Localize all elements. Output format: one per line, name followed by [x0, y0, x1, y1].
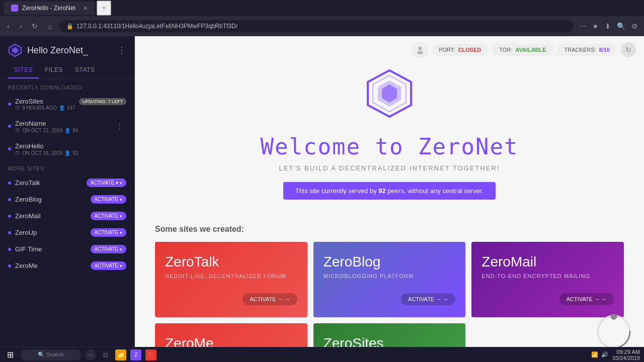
sidebar-content: RECENTLY DOWNLOADED: ZeroSites UPDATING:…: [0, 79, 134, 362]
activate-zeroup[interactable]: ACTIVATE: [91, 228, 126, 237]
browser-tabs: ZeroHello - ZeroNet ✕ +: [0, 0, 644, 16]
site-item-zeroname[interactable]: ZeroName ⏱ ON OCT 21, 2019 👤 94 ⋮: [0, 115, 134, 137]
tab-favicon: [11, 5, 18, 12]
port-status: CLOSED: [458, 47, 481, 53]
taskbar-time: 09:29 AM 10/24/2019: [612, 349, 640, 361]
start-button[interactable]: ⊞: [4, 349, 17, 360]
site-dot-zerome: [8, 264, 11, 267]
zeronet-logo: [362, 66, 417, 124]
activate-zeroblog[interactable]: ACTIVATE: [91, 195, 126, 204]
site-item-row-zerosites: ZeroSites UPDATING: 7 LEFT: [15, 98, 126, 105]
identity-button[interactable]: [413, 42, 428, 57]
site-item-info-zeroname: ZeroName ⏱ ON OCT 21, 2019 👤 94: [15, 119, 109, 133]
tor-status-button[interactable]: TOR: AVAILABLE: [492, 44, 553, 56]
taskbar-app[interactable]: 🔴: [145, 349, 156, 360]
taskbar-explorer[interactable]: 📁: [115, 349, 126, 360]
taskbar-search[interactable]: 🔍 Search: [21, 349, 81, 360]
url-text: 127.0.0.1:43110/1Hello4uzjaLetFx6NH3PMwF…: [76, 23, 237, 30]
svg-marker-1: [13, 6, 17, 10]
activate-giftime[interactable]: ACTIVATE: [91, 245, 126, 253]
site-meta-zerohello: ⏱ ON OCT 16, 2019 👤 92: [15, 150, 126, 156]
site-name-zerohello: ZeroHello: [15, 142, 43, 150]
site-name-zeromail: ZeroMail: [15, 212, 87, 220]
site-peers-zeroname: 94: [72, 128, 78, 133]
address-bar[interactable]: 🔒 127.0.0.1:43110/1Hello4uzjaLetFx6NH3PM…: [59, 20, 573, 32]
site-dot-zeroup: [8, 231, 11, 234]
taskbar-left: ⊞ 🔍 Search ○ ⊡ 📁 Z 🔴: [4, 349, 156, 360]
sidebar-title: Hello ZeroNet_: [27, 45, 88, 56]
taskbar-taskview[interactable]: ⊡: [100, 349, 111, 360]
site-item-info-zerosites: ZeroSites UPDATING: 7 LEFT ⏱ 9 HOURS AGO…: [15, 98, 126, 111]
peers-count: 92: [378, 187, 385, 195]
main-content: PORT: CLOSED TOR: AVAILABLE TRACKERS: 8/…: [135, 36, 644, 362]
card-zeromail[interactable]: ZeroMail END-TO-END ENCRYPTED MAILING AC…: [471, 242, 624, 317]
site-item-zerome[interactable]: ZeroMe ACTIVATE: [0, 257, 134, 274]
port-label: PORT:: [439, 47, 455, 53]
site-item-zeromail[interactable]: ZeroMail ACTIVATE: [0, 208, 134, 224]
site-dot-zeroname: [8, 125, 11, 128]
toolbar-icons: ⋯ ★ ⬇ 🔍 ⚙: [577, 20, 640, 32]
loading-circle: [594, 312, 634, 352]
settings-button[interactable]: ⚙: [629, 20, 640, 32]
peers-banner: This site currently served by 92 peers, …: [283, 182, 496, 200]
site-time-zerohello: ON OCT 16, 2019: [22, 150, 62, 156]
network-icon[interactable]: 📶: [591, 351, 598, 358]
card-activate-zerotalk[interactable]: ACTIVATE →: [243, 293, 297, 305]
download-button[interactable]: ⬇: [603, 20, 613, 32]
site-name-zeroup: ZeroUp: [15, 229, 87, 236]
svg-point-5: [418, 46, 422, 50]
bookmark-button[interactable]: ★: [590, 20, 601, 32]
card-name-zerotalk: ZeroTalk: [165, 254, 297, 270]
sidebar-tabs: SITES FILES STATS: [0, 62, 134, 79]
tor-status: AVAILABLE: [515, 47, 546, 53]
main-layout: Hello ZeroNet_ ⋮ SITES FILES STATS RECEN…: [0, 36, 644, 362]
sidebar-logo: Hello ZeroNet_: [8, 43, 88, 57]
tab-title: ZeroHello - ZeroNet: [22, 5, 75, 12]
site-item-zerotalk[interactable]: ZeroTalk ACTIVATE ▾: [0, 174, 134, 191]
activate-zeromail[interactable]: ACTIVATE: [91, 212, 126, 220]
sidebar-menu-button[interactable]: ⋮: [117, 45, 126, 56]
refresh-circle-button[interactable]: ↻: [621, 42, 636, 57]
new-tab-button[interactable]: +: [97, 1, 111, 16]
forward-button[interactable]: ›: [17, 20, 25, 32]
card-zerotalk[interactable]: ZeroTalk REDDIT-LIKE, DECENTRALIZED FORU…: [155, 242, 307, 317]
site-item-giftime[interactable]: GIF Time ACTIVATE: [0, 241, 134, 257]
site-dot-zerotalk: [8, 182, 11, 185]
port-status-button[interactable]: PORT: CLOSED: [432, 44, 488, 56]
tab-close-icon[interactable]: ✕: [83, 5, 88, 12]
peers-icon-zeroname: 👤: [64, 128, 70, 133]
site-time-zerosites: 9 HOURS AGO: [22, 105, 57, 111]
card-activate-zeroblog[interactable]: ACTIVATE →: [401, 293, 455, 305]
tab-stats[interactable]: STATS: [69, 62, 101, 78]
site-peers-zerosites: 147: [67, 105, 75, 111]
site-peers-zerohello: 92: [72, 150, 78, 156]
volume-icon[interactable]: 🔊: [601, 351, 608, 358]
tab-files[interactable]: FILES: [39, 62, 69, 78]
site-item-zeroup[interactable]: ZeroUp ACTIVATE: [0, 224, 134, 241]
site-time-zeroname: ON OCT 21, 2019: [22, 128, 62, 133]
tab-sites[interactable]: SITES: [8, 62, 39, 78]
site-item-zerosites-recent[interactable]: ZeroSites UPDATING: 7 LEFT ⏱ 9 HOURS AGO…: [0, 94, 134, 115]
more-options-zeroname[interactable]: ⋮: [113, 121, 126, 131]
refresh-button[interactable]: ↻: [29, 20, 41, 32]
activate-zerome[interactable]: ACTIVATE: [91, 261, 126, 270]
home-button[interactable]: ⌂: [45, 20, 55, 32]
extensions-button[interactable]: ⋯: [577, 20, 588, 32]
taskbar-browser[interactable]: Z: [130, 349, 141, 360]
site-item-zerohello[interactable]: ZeroHello ⏱ ON OCT 16, 2019 👤 92: [0, 137, 134, 160]
zoom-button[interactable]: 🔍: [615, 20, 627, 32]
trackers-status-button[interactable]: TRACKERS: 8/10: [557, 44, 617, 56]
activate-zerotalk[interactable]: ACTIVATE ▾: [87, 178, 126, 187]
site-item-zeroblog[interactable]: ZeroBlog ACTIVATE: [0, 191, 134, 208]
card-zeroblog[interactable]: ZeroBlog MICROBLOGGING PLATFORM ACTIVATE…: [313, 242, 466, 317]
card-desc-zeromail: END-TO-END ENCRYPTED MAILING: [481, 273, 614, 279]
active-tab[interactable]: ZeroHello - ZeroNet ✕: [4, 2, 95, 15]
taskbar-cortana[interactable]: ○: [85, 349, 96, 360]
card-activate-zeromail[interactable]: ACTIVATE →: [559, 293, 614, 305]
system-tray: 📶 🔊: [591, 351, 608, 358]
back-button[interactable]: ‹: [4, 20, 13, 32]
site-name-zeroblog: ZeroBlog: [15, 196, 87, 203]
sites-title: Some sites we created:: [155, 225, 624, 234]
site-item-info-zerohello: ZeroHello ⏱ ON OCT 16, 2019 👤 92: [15, 141, 126, 156]
peers-text-after: peers, without any central server.: [386, 187, 484, 195]
